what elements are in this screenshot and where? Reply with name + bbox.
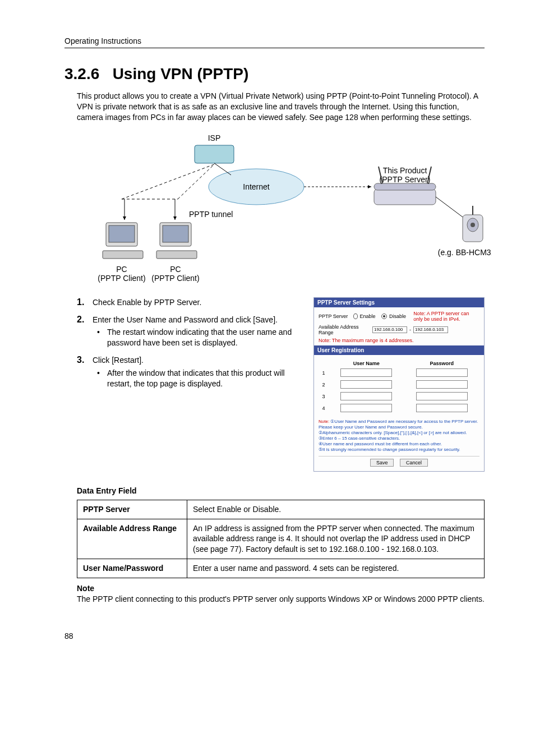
step-bullet: • After the window that indicates that t… — [97, 368, 306, 389]
pass-input-3[interactable] — [416, 392, 468, 400]
network-diagram: ISP Internet PPTP tunnel This Product (P… — [77, 133, 485, 292]
svg-rect-23 — [156, 251, 197, 259]
section-title: 3.2.6 Using VPN (PPTP) — [64, 65, 485, 83]
step-3: 3. Click [Restart]. • After the window t… — [77, 355, 306, 389]
disable-radio[interactable] — [381, 314, 387, 319]
diagram-camera-label: (e.g. BB-HCM311A) — [438, 248, 492, 257]
svg-rect-19 — [109, 225, 135, 242]
step-number: 2. — [77, 315, 93, 325]
running-header: Operating Instructions — [64, 36, 485, 45]
intro-paragraph: This product allows you to create a VPN … — [77, 91, 485, 123]
col-password: Password — [404, 359, 480, 367]
ip-to-input[interactable]: 192.168.0.103 — [413, 326, 448, 333]
svg-line-3 — [122, 164, 214, 199]
ipv4-note: Note: A PPTP server can only be used in … — [413, 311, 479, 322]
table-row: Available Address Range An IP address is… — [77, 519, 485, 559]
step-text: Enter the User Name and Password and cli… — [93, 315, 278, 324]
data-entry-field-heading: Data Entry Field — [77, 486, 485, 495]
pass-input-1[interactable] — [416, 368, 468, 377]
user-input-3[interactable] — [340, 392, 392, 400]
user-registration-heading: User Registration — [314, 345, 484, 355]
diagram-pc2-label-b: (PPTP Client) — [151, 274, 199, 283]
svg-rect-22 — [163, 225, 188, 242]
step-text: Click [Restart]. — [93, 356, 144, 365]
page-number: 88 — [64, 631, 485, 640]
footnote-3: ③Enter 6 – 15 case-sensitive characters. — [319, 436, 400, 441]
diagram-pc1-label-b: (PPTP Client) — [98, 274, 145, 283]
diagram-product-label-1: This Product — [383, 166, 427, 175]
svg-point-16 — [471, 223, 475, 227]
user-table: User Name Password 1 2 3 4 — [319, 359, 479, 414]
table-row: 4 — [319, 403, 479, 414]
field-desc: Enter a user name and password. 4 sets c… — [187, 559, 485, 578]
svg-rect-20 — [103, 251, 143, 259]
bullet-text: The restart window indicating that the u… — [107, 327, 306, 348]
note-heading: Note — [77, 584, 485, 593]
footnote-prefix: Note: — [319, 419, 329, 424]
pptp-settings-screenshot: PPTP Server Settings PPTP Server Enable … — [313, 297, 485, 472]
enable-radio[interactable] — [353, 314, 357, 319]
svg-line-4 — [178, 164, 214, 199]
bullet-text: After the window that indicates that thi… — [107, 368, 306, 389]
svg-line-2 — [214, 163, 231, 175]
diagram-isp-label: ISP — [208, 133, 221, 142]
field-desc: Select Enable or Disable. — [187, 500, 485, 519]
svg-line-13 — [436, 197, 463, 217]
header-rule — [64, 48, 485, 48]
pptp-server-label: PPTP Server — [319, 314, 351, 319]
table-row: 2 — [319, 379, 479, 391]
diagram-internet-label: Internet — [243, 182, 270, 191]
step-1: 1. Check Enable by PPTP Server. — [77, 297, 306, 308]
field-name: User Name/Password — [77, 559, 187, 578]
footnote-1: ①User Name and Password are necessary fo… — [319, 419, 478, 430]
diagram-pc2-label-a: PC — [170, 265, 181, 274]
diagram-pc1-label-a: PC — [116, 265, 127, 274]
table-row: PPTP Server Select Enable or Disable. — [77, 500, 485, 519]
ip-dash: - — [409, 327, 411, 333]
cancel-button[interactable]: Cancel — [400, 459, 428, 467]
bullet-dot: • — [97, 327, 107, 348]
svg-rect-9 — [374, 189, 436, 205]
step-2: 2. Enter the User Name and Password and … — [77, 315, 306, 349]
svg-rect-0 — [195, 145, 234, 163]
section-number: 3.2.6 — [64, 65, 99, 82]
table-row: 1 — [319, 367, 479, 379]
bullet-dot: • — [97, 368, 107, 389]
save-button[interactable]: Save — [370, 459, 394, 467]
user-input-1[interactable] — [340, 368, 392, 377]
max-range-note: Note: The maximum range is 4 addresses. — [319, 338, 479, 343]
diagram-tunnel-label: PPTP tunnel — [189, 210, 233, 219]
section-title-text: Using VPN (PPTP) — [113, 65, 249, 82]
table-row: User Name/Password Enter a user name and… — [77, 559, 485, 578]
data-entry-table: PPTP Server Select Enable or Disable. Av… — [77, 500, 485, 578]
disable-label: Disable — [389, 314, 406, 319]
screenshot-footnotes: Note: ①User Name and Password are necess… — [314, 417, 484, 456]
footnote-5: ⑤It is strongly recommended to change pa… — [319, 447, 460, 452]
svg-rect-10 — [374, 183, 436, 190]
step-text: Check Enable by PPTP Server. — [93, 297, 306, 308]
col-user-name: User Name — [329, 359, 404, 367]
step-number: 3. — [77, 355, 93, 365]
pass-input-2[interactable] — [416, 380, 468, 389]
footnote-2: ②Alphanumeric characters only. [Space],[… — [319, 430, 467, 435]
field-name: Available Address Range — [77, 519, 187, 559]
user-input-2[interactable] — [340, 380, 392, 389]
step-number: 1. — [77, 297, 93, 307]
note-text: The PPTP client connecting to this produ… — [77, 594, 485, 605]
pass-input-4[interactable] — [416, 404, 468, 412]
ip-from-input[interactable]: 192.168.0.100 — [372, 326, 407, 333]
enable-label: Enable — [360, 314, 376, 319]
field-name: PPTP Server — [77, 500, 187, 519]
step-bullet: • The restart window indicating that the… — [97, 327, 306, 348]
pptp-settings-heading: PPTP Server Settings — [314, 298, 484, 307]
table-row: 3 — [319, 391, 479, 403]
field-desc: An IP address is assigned from the PPTP … — [187, 519, 485, 559]
diagram-product-label-2: (PPTP Server) — [380, 175, 431, 184]
user-input-4[interactable] — [340, 404, 392, 412]
footnote-4: ④User name and password must be differen… — [319, 441, 442, 446]
available-range-label: Available Address Range — [319, 324, 370, 335]
